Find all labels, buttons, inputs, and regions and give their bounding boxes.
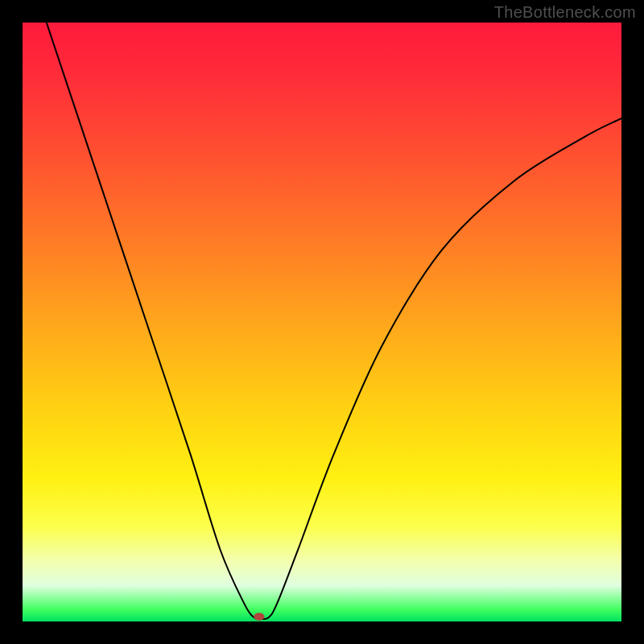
attribution-text: TheBottleneck.com <box>494 3 636 22</box>
chart-frame: TheBottleneck.com <box>0 0 644 644</box>
plot-area <box>23 23 621 621</box>
minimum-marker <box>254 613 264 621</box>
bottleneck-curve-svg <box>23 23 621 621</box>
bottleneck-curve-path <box>47 23 621 619</box>
